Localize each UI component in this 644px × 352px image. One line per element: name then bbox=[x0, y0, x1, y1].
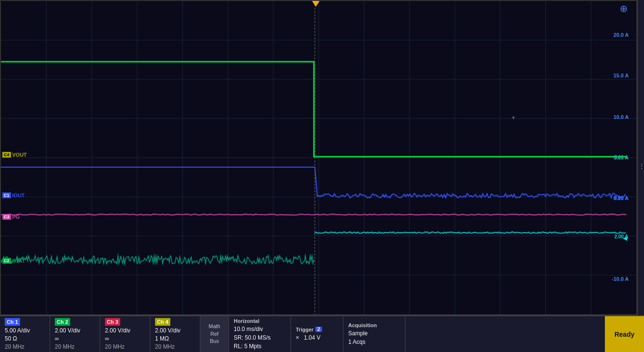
math-ref-bus-label2: Ref bbox=[210, 331, 218, 338]
panel-dots[interactable]: ⋮ bbox=[638, 162, 644, 170]
ch1-box[interactable]: Ch 1 5.00 A/div 50 Ω 20 MHz bbox=[0, 316, 50, 352]
y-label-10a: 10.0 A bbox=[613, 114, 629, 120]
math-ref-bus-label3: Bus bbox=[210, 338, 219, 345]
y-label-neg10a: -10.0 A bbox=[612, 276, 629, 282]
ch2-marker[interactable]: C2 STAT bbox=[1, 257, 27, 264]
ch2-badge: C2 bbox=[2, 258, 11, 264]
ch4-label: Ch 4 bbox=[155, 318, 170, 326]
y-label-20a: 20.0 A bbox=[613, 32, 629, 38]
ch4-impedance: 1 MΩ bbox=[155, 335, 195, 343]
ch4-badge: C4 bbox=[2, 152, 11, 158]
ch1-label: Ch 1 bbox=[5, 318, 20, 326]
cursor-arrow: ◄ bbox=[621, 234, 629, 243]
ch4-marker[interactable]: C4 VOUT bbox=[1, 151, 28, 158]
ch3-badge: C3 bbox=[2, 214, 11, 220]
ch4-bandwidth: 20 MHz bbox=[155, 343, 195, 351]
ch1-value-div: 5.00 A/div bbox=[5, 327, 45, 335]
math-ref-bus-button[interactable]: Math Ref Bus bbox=[200, 316, 229, 352]
ch1-bandwidth: 20 MHz bbox=[5, 343, 45, 351]
acquisition-mode: Sample bbox=[348, 329, 400, 338]
oscilloscope-screen: 20.0 A 15.0 A 10.0 A 5.00 A 0.00 A -10.0… bbox=[0, 0, 637, 315]
ready-button[interactable]: Ready bbox=[605, 316, 644, 352]
ch2-label: Ch 2 bbox=[55, 318, 70, 326]
ch3-bandwidth: 20 MHz bbox=[105, 343, 145, 351]
acquisition-count: 1 Acqs bbox=[348, 338, 400, 346]
ch3-marker[interactable]: C3 PG bbox=[1, 213, 21, 220]
acquisition-panel[interactable]: Acquisition Sample 1 Acqs bbox=[343, 316, 405, 352]
ch2-bandwidth: 20 MHz bbox=[55, 343, 95, 351]
math-ref-bus-label: Math bbox=[208, 323, 220, 330]
trigger-channel-badge: 2 bbox=[315, 327, 322, 332]
ch3-box[interactable]: Ch 3 2.00 V/div ∞ 20 MHz bbox=[100, 316, 150, 352]
horizontal-record-length: RL: 5 Mpts bbox=[234, 342, 286, 351]
ch1-badge: C1 bbox=[2, 192, 11, 198]
ch1-marker[interactable]: C1 IOUT bbox=[1, 192, 26, 199]
horizontal-panel[interactable]: Horizontal 10.0 ms/div SR: 50.0 MS/s RL:… bbox=[229, 316, 291, 352]
ch3-text: PG bbox=[12, 214, 20, 220]
ch2-impedance: ∞ bbox=[55, 335, 95, 343]
horizontal-time-div: 10.0 ms/div bbox=[234, 325, 286, 333]
grid-canvas bbox=[1, 1, 636, 314]
trigger-type: × 1.04 V bbox=[296, 333, 338, 342]
ch4-value-div: 2.00 V/div bbox=[155, 327, 195, 335]
ch1-impedance: 50 Ω bbox=[5, 335, 45, 343]
trigger-marker-arrow bbox=[312, 1, 320, 7]
ch4-box[interactable]: Ch 4 2.00 V/div 1 MΩ 20 MHz bbox=[150, 316, 200, 352]
bottom-bar: Ch 1 5.00 A/div 50 Ω 20 MHz Ch 2 2.00 V/… bbox=[0, 315, 644, 352]
ch3-label: Ch 3 bbox=[105, 318, 120, 326]
ch2-text: STAT bbox=[12, 258, 25, 264]
trigger-title: Trigger 2 bbox=[296, 327, 338, 332]
right-label-vout: 5.00 A bbox=[614, 155, 628, 160]
ch3-value-div: 2.00 V/div bbox=[105, 327, 145, 335]
acquisition-title: Acquisition bbox=[348, 322, 400, 328]
ch3-impedance: ∞ bbox=[105, 335, 145, 343]
zoom-icon[interactable]: ⊕ bbox=[620, 3, 628, 14]
ch2-box[interactable]: Ch 2 2.00 V/div ∞ 20 MHz bbox=[50, 316, 100, 352]
y-label-15a: 15.0 A bbox=[613, 73, 629, 78]
ch2-value-div: 2.00 V/div bbox=[55, 327, 95, 335]
horizontal-sample-rate: SR: 50.0 MS/s bbox=[234, 333, 286, 342]
ch1-text: IOUT bbox=[12, 192, 25, 198]
right-panel: ⋮ bbox=[637, 0, 644, 315]
ch4-text: VOUT bbox=[12, 152, 27, 158]
trigger-panel[interactable]: Trigger 2 × 1.04 V bbox=[291, 316, 343, 352]
ready-label: Ready bbox=[614, 331, 634, 338]
horizontal-title: Horizontal bbox=[234, 318, 286, 324]
right-label-iout: 0.00 A bbox=[614, 195, 628, 201]
